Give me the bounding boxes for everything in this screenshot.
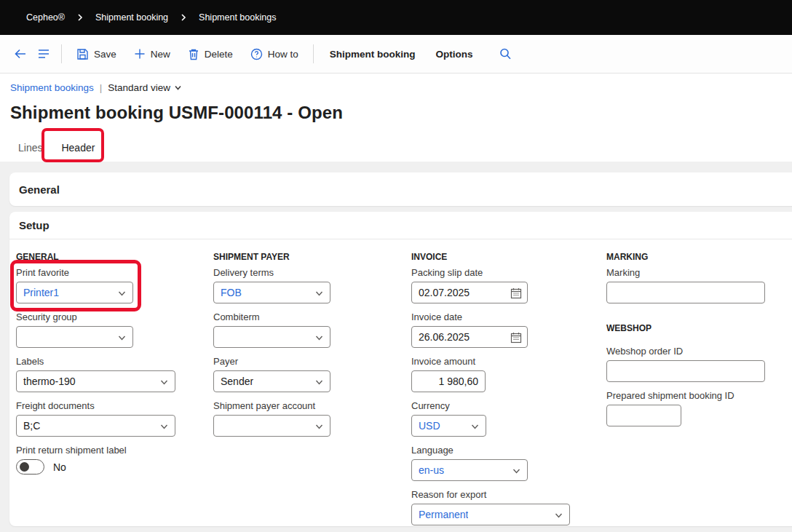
labels-value: thermo-190 bbox=[23, 376, 76, 387]
action-pane: Save New Delete How to Shipment booking … bbox=[0, 35, 792, 74]
column-general: GENERAL Print favorite Printer1 Security… bbox=[16, 252, 183, 483]
tab-header[interactable]: Header bbox=[56, 139, 100, 162]
field-label: Packing slip date bbox=[411, 267, 586, 279]
delete-button[interactable]: Delete bbox=[179, 44, 242, 65]
chevron-down-icon bbox=[174, 84, 182, 92]
column-shipment-payer: SHIPMENT PAYER Delivery terms FOB Combit… bbox=[213, 252, 381, 445]
field-label: Reason for export bbox=[411, 489, 586, 501]
field-marking: Marking bbox=[606, 267, 781, 303]
chevron-down-icon[interactable] bbox=[159, 422, 169, 432]
field-language: Language en-us bbox=[411, 445, 586, 481]
invoice-date-input[interactable]: 26.06.2025 bbox=[411, 326, 528, 348]
chevron-down-icon[interactable] bbox=[314, 378, 324, 387]
field-combiterm: Combiterm bbox=[213, 311, 381, 348]
invoice-amount-input[interactable]: 1 980,60 bbox=[411, 370, 486, 392]
toolbar-separator bbox=[313, 44, 314, 63]
delivery-terms-dropdown[interactable]: FOB bbox=[213, 282, 330, 303]
field-security-group: Security group bbox=[16, 311, 183, 348]
combiterm-dropdown[interactable] bbox=[213, 326, 330, 348]
reason-for-export-value: Permanent bbox=[419, 509, 468, 520]
field-label: Shipment payer account bbox=[213, 400, 381, 412]
packing-slip-date-input[interactable]: 02.07.2025 bbox=[411, 282, 528, 303]
fasttab-general[interactable]: General bbox=[9, 172, 792, 206]
field-webshop-order-id: Webshop order ID bbox=[606, 346, 781, 382]
chevron-down-icon[interactable] bbox=[470, 422, 480, 432]
view-selector[interactable]: Standard view bbox=[108, 82, 182, 93]
chevron-down-icon[interactable] bbox=[117, 289, 127, 298]
toolbar-separator bbox=[61, 44, 62, 63]
marking-input[interactable] bbox=[606, 282, 765, 303]
expand-menu-button[interactable] bbox=[32, 42, 55, 65]
column-invoice: INVOICE Packing slip date 02.07.2025 Inv… bbox=[411, 252, 586, 532]
prepared-shipment-booking-id-input[interactable] bbox=[606, 405, 681, 426]
group-title-general: GENERAL bbox=[16, 252, 183, 263]
search-button[interactable] bbox=[494, 42, 517, 65]
freight-documents-dropdown[interactable]: B;C bbox=[16, 415, 175, 437]
chevron-down-icon[interactable] bbox=[314, 333, 324, 343]
labels-dropdown[interactable]: thermo-190 bbox=[16, 370, 175, 392]
payer-dropdown[interactable]: Sender bbox=[213, 370, 330, 392]
shipment-payer-account-dropdown[interactable] bbox=[213, 415, 330, 437]
field-label: Print favorite bbox=[16, 267, 183, 279]
hamburger-icon bbox=[37, 48, 50, 60]
back-arrow-icon bbox=[13, 47, 28, 61]
chevron-down-icon[interactable] bbox=[314, 289, 324, 298]
print-return-toggle[interactable] bbox=[16, 459, 44, 475]
save-button[interactable]: Save bbox=[68, 44, 125, 65]
chevron-down-icon[interactable] bbox=[512, 467, 521, 476]
security-group-dropdown[interactable] bbox=[16, 326, 133, 348]
app-window: Cepheo® Shipment booking Shipment bookin… bbox=[0, 0, 792, 532]
tab-strip: Lines Header bbox=[10, 139, 792, 162]
invoice-date-value: 26.06.2025 bbox=[419, 331, 470, 343]
language-value: en-us bbox=[419, 464, 444, 476]
menu-shipment-booking[interactable]: Shipment booking bbox=[320, 44, 426, 64]
fasttab-setup-header[interactable]: Setup bbox=[9, 212, 792, 239]
back-to-list-link[interactable]: Shipment bookings bbox=[10, 82, 94, 93]
save-icon bbox=[76, 48, 89, 60]
how-to-button-label: How to bbox=[268, 49, 298, 60]
currency-dropdown[interactable]: USD bbox=[411, 415, 486, 437]
field-labels: Labels thermo-190 bbox=[16, 356, 183, 392]
webshop-order-id-input[interactable] bbox=[606, 360, 765, 382]
freight-documents-value: B;C bbox=[23, 420, 40, 432]
fasttab-setup: Setup GENERAL Print favorite Printer1 Se… bbox=[9, 212, 792, 526]
field-label: Print return shipment label bbox=[16, 445, 183, 456]
chevron-down-icon[interactable] bbox=[554, 511, 563, 520]
fasttab-general-title: General bbox=[19, 183, 60, 196]
record-context-row: Shipment bookings | Standard view bbox=[10, 82, 792, 93]
calendar-icon[interactable] bbox=[510, 332, 522, 344]
field-label: Delivery terms bbox=[213, 267, 381, 279]
field-label: Prepared shipment booking ID bbox=[606, 390, 781, 402]
tab-lines[interactable]: Lines bbox=[13, 139, 47, 162]
menu-options[interactable]: Options bbox=[426, 44, 483, 64]
page-title: Shipment booking USMF-000114 - Open bbox=[10, 103, 792, 123]
breadcrumb-item-shipment-bookings[interactable]: Shipment bookings bbox=[199, 12, 276, 23]
breadcrumb-item-shipment-booking[interactable]: Shipment booking bbox=[95, 12, 168, 23]
language-dropdown[interactable]: en-us bbox=[411, 459, 528, 481]
field-shipment-payer-account: Shipment payer account bbox=[213, 400, 381, 437]
field-delivery-terms: Delivery terms FOB bbox=[213, 267, 381, 303]
field-print-return-shipment-label: Print return shipment label No bbox=[16, 445, 183, 475]
setup-body: GENERAL Print favorite Printer1 Security… bbox=[9, 239, 792, 525]
breadcrumb-brand[interactable]: Cepheo® bbox=[26, 12, 65, 23]
calendar-icon[interactable] bbox=[510, 287, 522, 299]
print-favorite-dropdown[interactable]: Printer1 bbox=[16, 282, 133, 303]
new-button[interactable]: New bbox=[125, 44, 179, 64]
field-label: Payer bbox=[213, 356, 381, 368]
group-spacer bbox=[606, 311, 781, 323]
breadcrumb-chevron-icon bbox=[180, 14, 187, 21]
how-to-button[interactable]: How to bbox=[242, 44, 307, 65]
reason-for-export-dropdown[interactable]: Permanent bbox=[411, 504, 570, 525]
group-title-shipment-payer: SHIPMENT PAYER bbox=[213, 252, 381, 263]
print-return-toggle-row: No bbox=[16, 459, 183, 475]
chevron-down-icon[interactable] bbox=[117, 333, 127, 343]
field-packing-slip-date: Packing slip date 02.07.2025 bbox=[411, 267, 586, 303]
back-button[interactable] bbox=[9, 42, 32, 65]
toggle-knob bbox=[20, 462, 29, 472]
field-reason-for-export: Reason for export Permanent bbox=[411, 489, 586, 525]
chevron-down-icon[interactable] bbox=[314, 422, 324, 432]
field-invoice-amount: Invoice amount 1 980,60 bbox=[411, 356, 586, 392]
chevron-down-icon[interactable] bbox=[159, 378, 169, 387]
top-navigation-bar: Cepheo® Shipment booking Shipment bookin… bbox=[0, 0, 792, 35]
field-invoice-date: Invoice date 26.06.2025 bbox=[411, 311, 586, 348]
